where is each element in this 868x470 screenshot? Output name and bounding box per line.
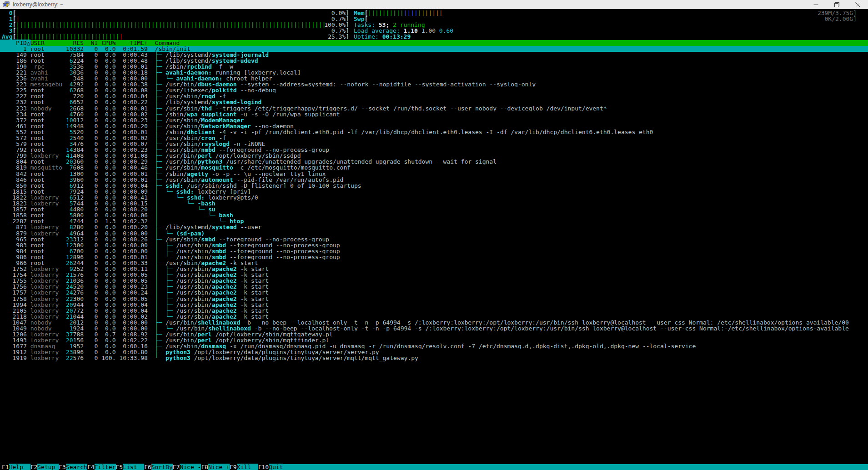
process-row-1858[interactable]: 1858 root 5800 0 0.0 0:00.06 │ └─ bash <box>0 212 868 218</box>
res-cell: 312 <box>73 236 84 242</box>
process-row-1752[interactable]: 1752 loxberry 9252 0 0.0 0:00.11 │ ├─ /u… <box>0 266 868 272</box>
command-path: /lib/systemd/ <box>166 58 212 64</box>
process-row-579[interactable]: 579 root 3476 0 0.0 0:00.07 ├─ /usr/sbin… <box>0 141 868 147</box>
process-row-2287[interactable]: 2287 root 4744 0 1.3 0:02.32 │ └─ htop <box>0 218 868 224</box>
process-row-190[interactable]: 190 _rpc 3536 0 0.0 0:00.01 ├─ /sbin/rpc… <box>0 64 868 70</box>
process-row-850[interactable]: 850 root 6912 0 0.0 0:00.04 ├─ sshd: /us… <box>0 183 868 189</box>
cpu-meter-1-ticks-red: | <box>16 16 20 22</box>
process-row-186[interactable]: 186 root 6224 0 0.0 0:00.48 ├─ /lib/syst… <box>0 58 868 64</box>
process-row-1757[interactable]: 1757 loxberry 24276 0 0.0 0:00.24 │ ├─ /… <box>0 290 868 295</box>
close-button[interactable] <box>847 0 868 9</box>
pid-cell: 983 <box>2 242 30 248</box>
process-row-1493[interactable]: 1493 loxberry 20156 0 0.0 0:02.22 ├─ /us… <box>0 337 868 343</box>
command-path: /usr/sbin/ <box>166 260 201 266</box>
process-row-225[interactable]: 225 root 6268 0 0.0 0:00.08 ├─ /usr/libe… <box>0 87 868 93</box>
process-row-2105[interactable]: 2105 loxberry 20772 0 0.0 0:00.04 │ ├─ /… <box>0 308 868 314</box>
process-row-792[interactable]: 792 root 14384 0 0.0 0:00.23 ├─ /usr/sbi… <box>0 147 868 153</box>
process-row-986[interactable]: 986 root 12896 0 0.0 0:00.01 │ └─ /usr/s… <box>0 254 868 260</box>
fkey-f5[interactable]: F5List <box>116 464 145 470</box>
process-row-1047[interactable]: 1047 nobody 2012 0 0.0 0:00.00 ├─ /usr/b… <box>0 320 868 325</box>
process-row-1756[interactable]: 1756 loxberry 24520 0 0.0 0:00.23 │ ├─ /… <box>0 284 868 290</box>
process-row-984[interactable]: 984 root 6700 0 0.0 0:00.00 │ ├─ /usr/sb… <box>0 248 868 254</box>
process-row-819[interactable]: 819 mosquitto 7608 0 0.0 0:00.46 ├─ /usr… <box>0 165 868 170</box>
fkey-f2[interactable]: F2Setup <box>30 464 59 470</box>
process-row-1994[interactable]: 1994 loxberry 20944 0 0.0 0:00.04 │ ├─ /… <box>0 302 868 308</box>
process-row-1919[interactable]: 1919 loxberry 22576 0 100. 10:33.98 └─ p… <box>0 355 868 361</box>
minimize-button[interactable] <box>805 0 826 9</box>
fkey-f6[interactable]: F6SortBy <box>144 464 173 470</box>
uptime-line-part-0: Uptime: <box>354 34 382 40</box>
process-row-223[interactable]: 223 messagebu 4292 0 0.0 0:00.38 ├─ /usr… <box>0 81 868 87</box>
process-row-1755[interactable]: 1755 loxberry 21036 0 0.0 0:00.05 │ ├─ /… <box>0 278 868 284</box>
process-row-1754[interactable]: 1754 loxberry 21576 0 0.0 0:00.05 │ ├─ /… <box>0 272 868 278</box>
fkey-f1[interactable]: F1Help <box>2 464 30 470</box>
process-row-221[interactable]: 221 avahi 3036 0 0.0 0:00.18 ├─ avahi-da… <box>0 70 868 75</box>
command-args: --foreground --no-process-group <box>226 254 340 260</box>
process-row-227[interactable]: 227 root 720 0 0.0 0:00.04 ├─ /usr/sbin/… <box>0 93 868 99</box>
fkey-f3-key: F3 <box>59 464 66 470</box>
process-row-1758[interactable]: 1758 loxberry 22300 0 0.0 0:00.05 │ ├─ /… <box>0 296 868 302</box>
process-row-1[interactable]: 1 root 10332 0 0.0 0:01.59 /sbin/init <box>0 46 868 52</box>
process-row-233[interactable]: 233 nobody 2668 0 0.0 0:00.01 ├─ /usr/sb… <box>0 105 868 111</box>
process-row-1677[interactable]: 1677 dnsmasq 1952 0 0.0 0:00.16 ├─ /usr/… <box>0 343 868 349</box>
process-row-842[interactable]: 842 root 1300 0 0.0 0:00.01 ├─ /sbin/age… <box>0 171 868 177</box>
res-cell-thousands: 4 <box>62 206 73 212</box>
process-table-header[interactable]: PID△USER RES NI CPU% TIME+ Command <box>0 40 868 46</box>
fkey-f8-key: F8 <box>201 464 208 470</box>
res-cell: 800 <box>73 212 84 218</box>
process-row-799[interactable]: 799 loxberry 41408 0 0.0 0:01.08 ├─ /usr… <box>0 153 868 159</box>
pid-cell: 2105 <box>2 308 30 314</box>
process-row-1049[interactable]: 1049 nobody 1924 0 0.0 0:00.00 │ └─ /usr… <box>0 325 868 331</box>
tree-branch: ├─ <box>155 159 166 165</box>
process-row-552[interactable]: 552 root 5520 0 0.0 0:00.01 ├─ /sbin/dhc… <box>0 129 868 135</box>
user-cell: dnsmasq <box>30 343 62 349</box>
res-cell: 044 <box>73 314 84 320</box>
command-path: /usr/bin/ <box>166 337 197 343</box>
process-row-372[interactable]: 372 root 10012 0 0.0 0:00.23 ├─ /usr/sbi… <box>0 117 868 123</box>
maximize-button[interactable] <box>826 0 847 9</box>
process-row-236[interactable]: 236 avahi 348 0 0.0 0:00.00 │ └─ avahi-d… <box>0 75 868 81</box>
process-row-1822[interactable]: 1822 loxberry 6512 0 0.0 0:00.41 │ └─ ss… <box>0 195 868 200</box>
fkey-f3[interactable]: F3Search <box>59 464 87 470</box>
process-row-966[interactable]: 966 root 26244 0 0.0 0:00.33 ├─ /usr/sbi… <box>0 260 868 266</box>
user-cell: loxberry <box>30 308 62 314</box>
pid-cell: 792 <box>2 147 30 153</box>
process-row-871[interactable]: 871 loxberry 8280 0 0.0 0:00.20 ├─ /lib/… <box>0 224 868 230</box>
res-cell-thousands: 4 <box>62 218 73 224</box>
fkey-f9[interactable]: F9Kill <box>230 464 258 470</box>
process-row-1823[interactable]: 1823 loxberry 5744 0 0.0 0:00.15 │ └─ -b… <box>0 200 868 206</box>
process-row-804[interactable]: 804 root 20360 0 0.0 0:00.29 ├─ /usr/bin… <box>0 159 868 165</box>
process-row-1912[interactable]: 1912 loxberry 23896 0 0.0 0:00.80 ├─ pyt… <box>0 349 868 355</box>
user-cell: _rpc <box>30 64 62 70</box>
res-cell-thousands: 8 <box>62 224 73 230</box>
column-headers-rest[interactable]: USER RES NI CPU% TIME+ Command <box>30 40 180 46</box>
ni-cpu-time-cells: 0 0.0 0:00.41 <box>84 195 155 200</box>
process-row-879[interactable]: 879 loxberry 4964 0 0.0 0:00.00 │ └─ (sd… <box>0 230 868 236</box>
process-row-983[interactable]: 983 root 12300 0 0.0 0:00.00 │ ├─ /usr/s… <box>0 242 868 248</box>
fkey-f10[interactable]: F10Quit <box>258 464 283 470</box>
user-cell: loxberry <box>30 296 62 302</box>
avg-cpu-meter-bar: |||||||||||||||||||||||||||||| <box>16 34 328 40</box>
ni-cpu-time-cells: 0 0.0 0:02.22 <box>84 337 155 343</box>
process-row-232[interactable]: 232 root 6652 0 0.0 0:00.22 ├─ /lib/syst… <box>0 99 868 105</box>
res-cell: 912 <box>73 183 84 189</box>
tree-branch: │ └─ <box>155 254 176 260</box>
process-row-846[interactable]: 846 root 3960 0 0.0 0:00.01 ├─ /usr/sbin… <box>0 177 868 183</box>
process-row-1857[interactable]: 1857 root 4480 0 0.0 0:00.20 │ └─ su <box>0 206 868 212</box>
user-cell: loxberry <box>30 355 62 361</box>
command-args: -f <box>216 135 226 141</box>
fkey-f8[interactable]: F8Nice + <box>201 464 230 470</box>
process-row-2118[interactable]: 2118 loxberry 21044 0 0.0 0:00.02 │ └─ /… <box>0 314 868 320</box>
process-row-965[interactable]: 965 root 23312 0 0.0 0:00.26 ├─ /usr/sbi… <box>0 236 868 242</box>
pid-cell: 1206 <box>2 331 30 337</box>
process-row-572[interactable]: 572 root 2540 0 0.0 0:00.02 ├─ /usr/sbin… <box>0 135 868 141</box>
process-row-1815[interactable]: 1815 root 7924 0 0.0 0:00.09 │ └─ sshd: … <box>0 189 868 195</box>
fkey-f4[interactable]: F4Filter <box>87 464 116 470</box>
process-row-1206[interactable]: 1206 loxberry 37788 0 0.7 0:08.92 ├─ /us… <box>0 331 868 337</box>
process-row-234[interactable]: 234 root 4760 0 0.0 0:00.02 ├─ /sbin/wpa… <box>0 111 868 117</box>
column-header-pid[interactable]: PID△ <box>0 40 30 46</box>
user-cell: nobody <box>30 325 62 331</box>
fkey-f7[interactable]: F7Nice - <box>173 464 201 470</box>
process-row-461[interactable]: 461 root 14948 0 0.0 0:00.20 ├─ /usr/sbi… <box>0 123 868 129</box>
process-row-149[interactable]: 149 root 7584 0 0.0 0:00.43 ├─ /lib/syst… <box>0 52 868 58</box>
